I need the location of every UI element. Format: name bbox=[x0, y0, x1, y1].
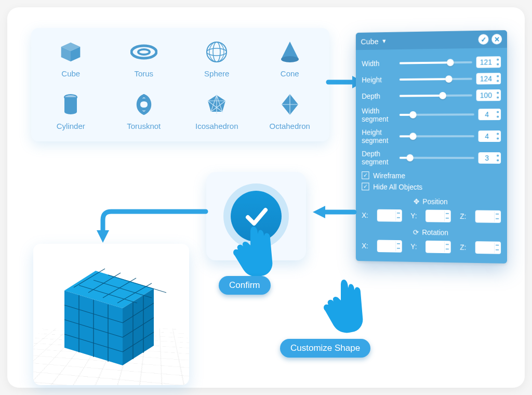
sphere-icon bbox=[206, 41, 228, 63]
svg-marker-15 bbox=[97, 230, 109, 243]
palette-item-torus[interactable]: Torus bbox=[108, 33, 181, 86]
slider-label: Width bbox=[362, 59, 395, 68]
pointer-hand-icon bbox=[319, 278, 369, 336]
checkbox-label: Hide All Objects bbox=[373, 182, 422, 191]
position-header: ✥ Position bbox=[362, 196, 501, 206]
slider-wseg[interactable] bbox=[400, 111, 474, 118]
slider-label: Depth segment bbox=[362, 150, 395, 166]
spinner-depth[interactable]: 100 bbox=[476, 89, 501, 101]
svg-point-2 bbox=[207, 42, 227, 62]
diagram-canvas: Cube Torus Sphere Cone Cylinder bbox=[7, 7, 525, 388]
palette-item-cylinder[interactable]: Cylinder bbox=[34, 86, 108, 138]
axis-y-label: Y: bbox=[410, 212, 417, 220]
palette-item-cone[interactable]: Cone bbox=[254, 33, 327, 86]
axis-z-label: Z: bbox=[460, 243, 466, 251]
spinner-wseg[interactable]: 4 bbox=[478, 109, 501, 120]
slider-hseg[interactable] bbox=[400, 133, 474, 140]
position-z-input[interactable] bbox=[475, 210, 501, 222]
spinner-dseg[interactable]: 3 bbox=[478, 152, 501, 164]
apply-icon[interactable]: ✓ bbox=[478, 34, 489, 45]
cylinder-icon bbox=[63, 94, 78, 115]
result-viewport bbox=[33, 244, 189, 385]
spinner-width[interactable]: 121 bbox=[476, 56, 501, 68]
icosahedron-icon bbox=[206, 94, 227, 115]
slider-label: Height bbox=[362, 75, 395, 84]
palette-item-cube[interactable]: Cube bbox=[34, 33, 108, 86]
slider-dseg[interactable] bbox=[400, 154, 474, 162]
confirm-button[interactable] bbox=[231, 191, 282, 242]
properties-panel: Cube ▼ ✓ ✕ Width 121 Height 124 Depth 10… bbox=[356, 30, 507, 264]
rotate-icon: ⟳ bbox=[413, 228, 419, 236]
flow-arrow-icon bbox=[311, 205, 355, 219]
axis-z-label: Z: bbox=[460, 212, 466, 220]
palette-label: Cylinder bbox=[57, 122, 85, 130]
checkbox-wireframe[interactable]: ✓ Wireframe bbox=[362, 172, 501, 180]
palette-item-torusknot[interactable]: Torusknot bbox=[108, 86, 181, 138]
check-icon bbox=[242, 202, 271, 231]
position-x-input[interactable] bbox=[377, 209, 402, 221]
segmented-cube-icon bbox=[33, 244, 189, 385]
palette-label: Torus bbox=[134, 69, 153, 78]
slider-label: Height segment bbox=[362, 128, 395, 145]
svg-point-1 bbox=[138, 49, 150, 55]
svg-point-5 bbox=[209, 42, 224, 62]
slider-row-dseg: Depth segment 3 bbox=[362, 150, 501, 166]
slider-row-width: Width 121 bbox=[362, 56, 501, 69]
palette-label: Sphere bbox=[204, 69, 229, 78]
slider-row-height: Height 124 bbox=[362, 73, 501, 85]
slider-width[interactable] bbox=[400, 59, 472, 67]
rotation-z-input[interactable] bbox=[475, 241, 501, 254]
palette-label: Torusknot bbox=[127, 122, 161, 130]
checkmark-icon: ✓ bbox=[362, 172, 369, 179]
cone-icon bbox=[280, 41, 300, 63]
palette-item-icosahedron[interactable]: Icosahedron bbox=[180, 86, 254, 138]
position-label: Position bbox=[422, 197, 447, 205]
axis-x-label: X: bbox=[362, 242, 368, 250]
move-icon: ✥ bbox=[414, 197, 420, 205]
confirm-card bbox=[206, 172, 306, 260]
palette-item-octahedron[interactable]: Octahedron bbox=[254, 86, 327, 138]
confirm-pill: Confirm bbox=[219, 276, 271, 295]
close-icon[interactable]: ✕ bbox=[491, 34, 502, 44]
svg-point-0 bbox=[131, 46, 156, 58]
slider-height[interactable] bbox=[400, 75, 472, 83]
svg-marker-14 bbox=[313, 206, 325, 218]
axis-x-label: X: bbox=[362, 211, 368, 219]
position-y-input[interactable] bbox=[425, 209, 451, 222]
slider-label: Width segment bbox=[362, 107, 395, 123]
panel-title: Cube bbox=[361, 37, 378, 46]
checkbox-hide-all[interactable]: ✓ Hide All Objects bbox=[362, 182, 501, 191]
rotation-inputs: X: Y: Z: bbox=[362, 240, 501, 254]
rotation-y-input[interactable] bbox=[425, 240, 451, 253]
slider-depth[interactable] bbox=[400, 92, 472, 100]
checkbox-label: Wireframe bbox=[373, 172, 405, 180]
cube-icon bbox=[59, 41, 82, 63]
torus-icon bbox=[130, 41, 157, 63]
rotation-label: Rotation bbox=[422, 228, 448, 236]
palette-item-sphere[interactable]: Sphere bbox=[180, 33, 254, 86]
panel-body: Width 121 Height 124 Depth 100 Width seg… bbox=[356, 48, 507, 264]
svg-point-4 bbox=[213, 42, 220, 62]
rotation-x-input[interactable] bbox=[377, 240, 402, 252]
spinner-hseg[interactable]: 4 bbox=[478, 130, 501, 142]
rotation-header: ⟳ Rotation bbox=[362, 227, 501, 237]
torusknot-icon bbox=[133, 94, 155, 115]
axis-y-label: Y: bbox=[410, 242, 417, 251]
palette-label: Cube bbox=[61, 69, 80, 78]
slider-row-depth: Depth 100 bbox=[362, 89, 501, 102]
panel-title-bar[interactable]: Cube ▼ ✓ ✕ bbox=[356, 30, 507, 50]
shape-palette: Cube Torus Sphere Cone Cylinder bbox=[31, 28, 329, 141]
svg-point-6 bbox=[281, 56, 299, 62]
palette-label: Icosahedron bbox=[195, 122, 238, 130]
spinner-height[interactable]: 124 bbox=[476, 73, 501, 84]
checkmark-icon: ✓ bbox=[362, 183, 369, 191]
position-inputs: X: Y: Z: bbox=[362, 209, 501, 222]
octahedron-icon bbox=[281, 94, 299, 115]
flow-arrow-icon bbox=[90, 171, 208, 244]
slider-label: Depth bbox=[362, 92, 395, 100]
palette-label: Cone bbox=[281, 69, 299, 78]
caret-down-icon: ▼ bbox=[381, 38, 387, 44]
slider-row-wseg: Width segment 4 bbox=[362, 106, 501, 123]
palette-label: Octahedron bbox=[270, 122, 310, 130]
slider-row-hseg: Height segment 4 bbox=[362, 128, 501, 144]
